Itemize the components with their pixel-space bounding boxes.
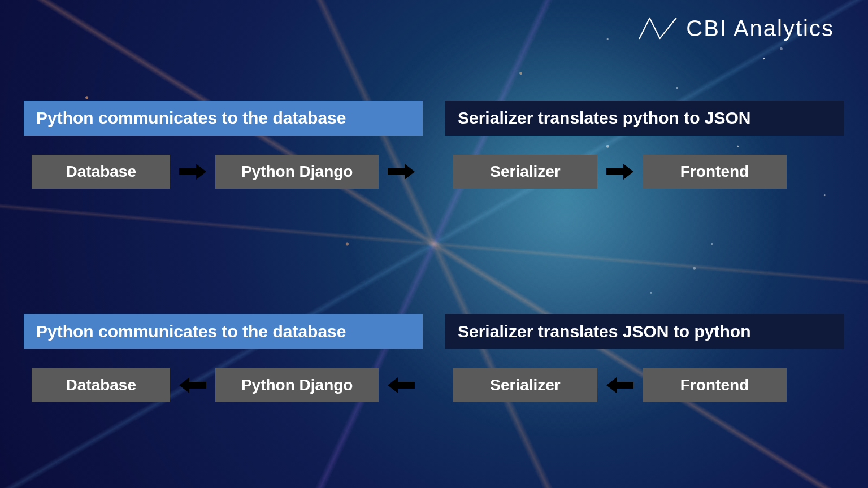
background-particles xyxy=(0,0,868,488)
flow-right-group: Serializer translates JSON to python Ser… xyxy=(445,314,844,402)
box-database: Database xyxy=(32,368,170,402)
flow-left-group: Python communicates to the database Data… xyxy=(24,314,423,402)
box-python-django: Python Django xyxy=(215,368,379,402)
brand-logo: CBI Analytics xyxy=(637,14,834,43)
arrow-right-icon xyxy=(388,164,415,180)
box-serializer: Serializer xyxy=(453,155,597,189)
arrow-right-icon xyxy=(606,164,633,180)
banner-serializer-json: Serializer translates python to JSON xyxy=(445,101,844,136)
box-frontend: Frontend xyxy=(643,368,787,402)
box-frontend: Frontend xyxy=(643,155,787,189)
box-python-django: Python Django xyxy=(215,155,379,189)
flow-right-group: Serializer translates python to JSON Ser… xyxy=(445,101,844,189)
banner-python-db: Python communicates to the database xyxy=(24,101,423,136)
banner-serializer-python: Serializer translates JSON to python xyxy=(445,314,844,349)
logo-text: CBI Analytics xyxy=(686,16,834,41)
boxes-left: Database Python Django xyxy=(24,368,423,402)
flow-row-read: Python communicates to the database Data… xyxy=(24,101,844,189)
boxes-right: Serializer Frontend xyxy=(445,368,844,402)
boxes-left: Database Python Django xyxy=(24,155,423,189)
box-serializer: Serializer xyxy=(453,368,597,402)
banner-python-db: Python communicates to the database xyxy=(24,314,423,349)
boxes-right: Serializer Frontend xyxy=(445,155,844,189)
arrow-left-icon xyxy=(606,377,633,393)
arrow-right-icon xyxy=(179,164,206,180)
flow-row-write: Python communicates to the database Data… xyxy=(24,314,844,402)
arrow-left-icon xyxy=(179,377,206,393)
box-database: Database xyxy=(32,155,170,189)
flow-left-group: Python communicates to the database Data… xyxy=(24,101,423,189)
arrow-left-icon xyxy=(388,377,415,393)
logo-wave-icon xyxy=(637,14,678,43)
